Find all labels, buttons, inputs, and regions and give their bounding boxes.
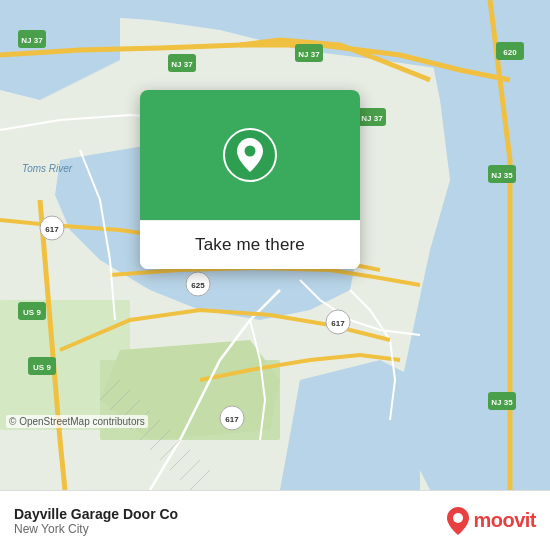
bottom-title: Dayville Garage Door Co xyxy=(14,506,178,522)
svg-text:NJ 35: NJ 35 xyxy=(491,171,513,180)
popup-green-area xyxy=(140,90,360,220)
svg-text:Toms River: Toms River xyxy=(22,163,73,174)
svg-text:620: 620 xyxy=(503,48,517,57)
svg-text:NJ 37: NJ 37 xyxy=(171,60,193,69)
svg-text:NJ 37: NJ 37 xyxy=(21,36,43,45)
bottom-subtitle: New York City xyxy=(14,522,178,536)
svg-text:US 9: US 9 xyxy=(33,363,51,372)
svg-text:NJ 35: NJ 35 xyxy=(491,398,513,407)
map-container: NJ 37 NJ 37 NJ 37 NJ 37 NJ 35 NJ 35 620 … xyxy=(0,0,550,490)
svg-text:NJ 37: NJ 37 xyxy=(361,114,383,123)
moovit-text: moovit xyxy=(473,509,536,532)
svg-text:625: 625 xyxy=(191,281,205,290)
svg-text:617: 617 xyxy=(331,319,345,328)
svg-text:NJ 37: NJ 37 xyxy=(298,50,320,59)
location-pin-icon xyxy=(223,128,277,182)
osm-attribution: © OpenStreetMap contributors xyxy=(6,415,148,428)
moovit-pin-icon xyxy=(447,507,469,535)
bottom-bar: Dayville Garage Door Co New York City mo… xyxy=(0,490,550,550)
popup-button-area: Take me there xyxy=(140,220,360,269)
moovit-logo: moovit xyxy=(447,507,536,535)
osm-attribution-text: © OpenStreetMap contributors xyxy=(9,416,145,427)
svg-point-41 xyxy=(245,146,256,157)
svg-text:617: 617 xyxy=(225,415,239,424)
popup-card: Take me there xyxy=(140,90,360,269)
bottom-left: Dayville Garage Door Co New York City xyxy=(14,506,178,536)
svg-text:617: 617 xyxy=(45,225,59,234)
svg-point-42 xyxy=(453,513,463,523)
take-me-there-button[interactable]: Take me there xyxy=(183,231,317,259)
svg-text:US 9: US 9 xyxy=(23,308,41,317)
